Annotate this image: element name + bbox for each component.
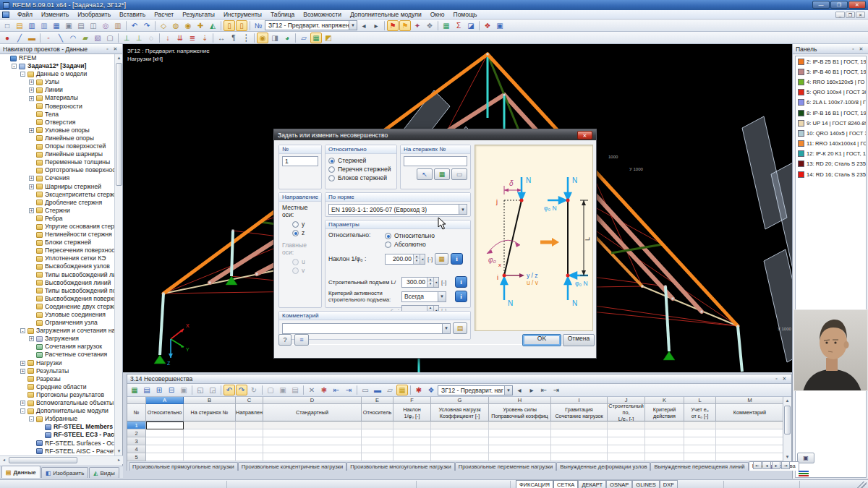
- section-list-item[interactable]: 10: QRO 140x5 | ГОСТ 3: [796, 128, 866, 138]
- delete-row-icon[interactable]: ⊟: [166, 385, 177, 395]
- last-table-icon[interactable]: ⇥: [550, 385, 562, 395]
- menu-item[interactable]: Изменить: [37, 10, 73, 20]
- section-list-item[interactable]: 6: 2LA L 100x7-100/8 | Г: [796, 98, 866, 108]
- column-header[interactable]: Относитель: [362, 404, 393, 421]
- undo-icon[interactable]: ↶: [129, 20, 140, 31]
- copy-loads-icon[interactable]: ❖: [424, 20, 435, 31]
- separator[interactable]: [357, 385, 357, 395]
- table-cell[interactable]: [684, 429, 716, 437]
- filter-icon[interactable]: ✱: [413, 385, 425, 395]
- tree-item[interactable]: Соединение двух стержней: [0, 303, 114, 311]
- column-header[interactable]: Наклон1/φ₀ [-]: [393, 404, 431, 421]
- prev-table-icon[interactable]: ◂: [514, 385, 525, 395]
- select-icon[interactable]: ◇: [158, 20, 169, 31]
- menu-item[interactable]: Расчет: [150, 10, 178, 20]
- corner-cell[interactable]: [127, 397, 146, 404]
- table-cell[interactable]: [362, 421, 393, 429]
- tree-item[interactable]: Линейные шарниры: [0, 150, 114, 158]
- table-row[interactable]: 5: [127, 453, 791, 461]
- new-surface-icon[interactable]: ▰: [80, 33, 91, 43]
- column-letter[interactable]: B: [184, 397, 236, 404]
- first-tab-icon[interactable]: ⇤: [753, 461, 762, 469]
- separator[interactable]: [254, 33, 255, 43]
- table-cell[interactable]: [393, 453, 431, 461]
- column-header[interactable]: Комментарий: [716, 404, 784, 421]
- help-button[interactable]: ?: [278, 334, 292, 346]
- tree-item[interactable]: + Шарниры стержней: [0, 183, 114, 191]
- tree-item[interactable]: + Вспомогательные объекты: [0, 399, 114, 407]
- table-cell[interactable]: [684, 421, 716, 429]
- next-table-icon[interactable]: ▸: [526, 385, 537, 395]
- last-tab-icon[interactable]: ⇥: [781, 461, 790, 469]
- free-load-icon[interactable]: ⇣: [199, 33, 210, 43]
- new-arc-icon[interactable]: ◠: [67, 33, 79, 43]
- column-letter[interactable]: I: [551, 397, 608, 404]
- expander-icon[interactable]: -: [12, 64, 17, 69]
- edit-line-icon[interactable]: ╱: [14, 33, 25, 43]
- table-cell[interactable]: [645, 445, 684, 453]
- project-manager-icon[interactable]: ▣: [494, 20, 506, 31]
- ok-button[interactable]: OK: [522, 334, 561, 346]
- edit-mode-icon[interactable]: ▱: [384, 385, 396, 395]
- table-cell[interactable]: [431, 421, 489, 429]
- member-load-icon[interactable]: ⇊: [174, 33, 186, 43]
- local-axis-radio[interactable]: z: [292, 228, 318, 237]
- column-letter[interactable]: F: [393, 397, 431, 404]
- clear-icon[interactable]: ✕: [306, 385, 318, 395]
- table-cell[interactable]: [608, 453, 645, 461]
- expander-icon[interactable]: +: [29, 80, 34, 85]
- calculator-button[interactable]: ▦: [435, 253, 448, 265]
- table-cell[interactable]: [362, 445, 393, 453]
- tree-item[interactable]: Ребра: [0, 215, 114, 223]
- section-list-item[interactable]: 5: QRO 100x4 | ГОСТ 30: [796, 87, 866, 98]
- save-all-icon[interactable]: ▦: [51, 20, 62, 31]
- navigator-tab[interactable]: ▤ Данные: [1, 466, 41, 478]
- close-icon[interactable]: ✕: [857, 46, 865, 53]
- table-cell[interactable]: [608, 445, 645, 453]
- freeze-icon[interactable]: ▭: [359, 385, 371, 395]
- navigator-tab[interactable]: ◧ Изобразить: [41, 467, 89, 478]
- dimension-icon[interactable]: ↔: [216, 33, 227, 43]
- status-toggle-button[interactable]: GLINES: [632, 480, 660, 488]
- save-as-icon[interactable]: ▥: [38, 20, 50, 31]
- separator[interactable]: [192, 385, 192, 395]
- column-letter[interactable]: M: [716, 397, 784, 404]
- expander-icon[interactable]: +: [29, 128, 34, 133]
- tree-item[interactable]: Упругие основания стержней: [0, 223, 114, 231]
- gallery-icon[interactable]: ▥: [112, 20, 124, 31]
- tree-item[interactable]: Дробление стержня: [0, 199, 114, 207]
- table-cell[interactable]: [393, 437, 431, 445]
- mdi-minimize-button[interactable]: _: [835, 12, 845, 18]
- tree-item[interactable]: RF-STEEL AISC - Расчет стальн: [0, 448, 114, 455]
- pin-icon[interactable]: ▫: [773, 375, 780, 382]
- radio-icon[interactable]: [385, 241, 391, 248]
- status-toggle-button[interactable]: СЕТКА: [553, 480, 578, 488]
- comment-browse-button[interactable]: ▤: [453, 322, 467, 334]
- new-file-icon[interactable]: □: [1, 20, 13, 31]
- table-cell[interactable]: [184, 445, 236, 453]
- table-cell[interactable]: [645, 429, 684, 437]
- calculator-icon[interactable]: ▦: [396, 385, 408, 395]
- pan-icon[interactable]: ✚: [195, 20, 206, 31]
- section-list-item[interactable]: 12: IP-К 20 K1 | ГОСТ, 1: [796, 149, 866, 159]
- tree-item[interactable]: + Узловые опоры: [0, 127, 114, 134]
- separator[interactable]: [410, 385, 411, 395]
- dialog-title-bar[interactable]: Задать или изменить несовершенство ✕: [274, 129, 596, 140]
- tree-item[interactable]: Протоколы результатов: [0, 391, 114, 399]
- expander-icon[interactable]: +: [29, 336, 34, 341]
- tree-item[interactable]: + Материалы: [0, 94, 114, 102]
- table-cell[interactable]: [489, 453, 551, 461]
- spin-down-icon[interactable]: ▼: [414, 259, 420, 264]
- tree-item[interactable]: Высвобождения поверхностей: [0, 295, 114, 303]
- menu-item[interactable]: Таблица: [266, 10, 299, 20]
- table-cell[interactable]: [716, 453, 784, 461]
- import-icon[interactable]: ◱: [195, 385, 206, 395]
- expander-icon[interactable]: +: [29, 96, 34, 101]
- tree-item[interactable]: Линейные опоры: [0, 134, 114, 142]
- expander-icon[interactable]: +: [20, 361, 25, 366]
- expander-icon[interactable]: +: [20, 369, 25, 374]
- table-settings-icon[interactable]: ▤: [141, 385, 153, 395]
- table-cell[interactable]: [146, 453, 184, 461]
- copy-icon[interactable]: ▣: [277, 385, 289, 395]
- tree-item[interactable]: Эксцентриситеты стержня: [0, 191, 114, 199]
